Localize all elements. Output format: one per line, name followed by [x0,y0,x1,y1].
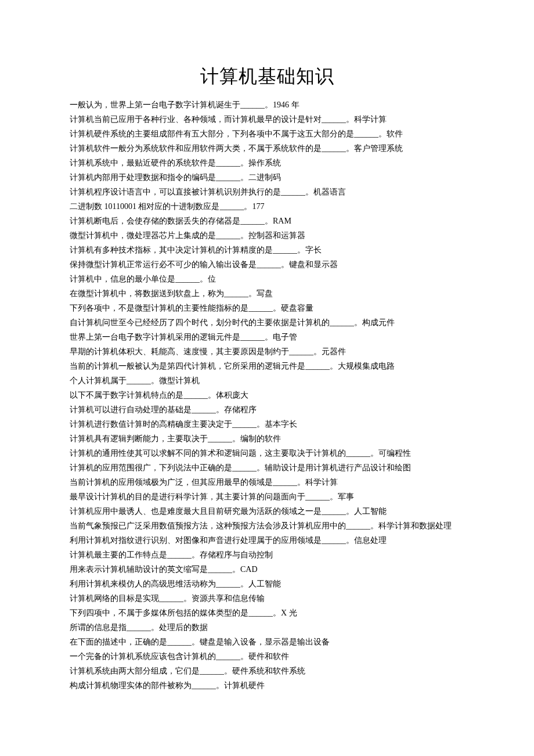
qa-line: 一个完备的计算机系统应该包含计算机的______。硬件和软件 [70,649,464,664]
qa-line: 计算机具有逻辑判断能力，主要取决于______。编制的软件 [70,431,464,446]
qa-line: 利用计算机对指纹进行识别、对图像和声音进行处理属于的应用领域是______。信息… [70,533,464,548]
qa-line: 计算机当前已应用于各种行业、各种领域，而计算机最早的设计是针对______。科学… [70,112,464,127]
qa-line: 个人计算机属于______。微型计算机 [70,373,464,388]
qa-line: 计算机可以进行自动处理的基础是______。存储程序 [70,402,464,417]
qa-line: 计算机软件一般分为系统软件和应用软件两大类，不属于系统软件的是______。客户… [70,141,464,156]
qa-line: 计算机的通用性使其可以求解不同的算术和逻辑问题，这主要取决于计算机的______… [70,446,464,460]
qa-line: 下列四项中，不属于多媒体所包括的媒体类型的是______。X 光 [70,606,464,620]
document-body: 一般认为，世界上第一台电子数字计算机诞生于______。1946 年计算机当前已… [70,98,464,693]
qa-line: 计算机的应用范围很广，下列说法中正确的是______。辅助设计是用计算机进行产品… [70,460,464,475]
qa-line: 当前气象预报已广泛采用数值预报方法，这种预报方法会涉及计算机应用中的______… [70,519,464,533]
qa-line: 构成计算机物理实体的部件被称为______。计算机硬件 [70,678,464,693]
qa-line: 计算机最主要的工作特点是______。存储程序与自动控制 [70,548,464,562]
qa-line: 世界上第一台电子数字计算机采用的逻辑元件是______。电子管 [70,330,464,344]
qa-line: 计算机系统由两大部分组成，它们是______。硬件系统和软件系统 [70,664,464,678]
qa-line: 计算机程序设计语言中，可以直接被计算机识别并执行的是______。机器语言 [70,185,464,199]
qa-line: 计算机系统中，最贴近硬件的系统软件是______。操作系统 [70,156,464,170]
qa-line: 利用计算机来模仿人的高级思维活动称为______。人工智能 [70,577,464,591]
document-page: 计算机基础知识 一般认为，世界上第一台电子数字计算机诞生于______。1946… [0,0,534,739]
qa-line: 当前的计算机一般被认为是第四代计算机，它所采用的逻辑元件是______。大规模集… [70,359,464,373]
qa-line: 在微型计算机中，将数据送到软盘上，称为______。写盘 [70,286,464,301]
qa-line: 一般认为，世界上第一台电子数字计算机诞生于______。1946 年 [70,98,464,112]
qa-line: 计算机进行数值计算时的高精确度主要决定于______。基本字长 [70,417,464,431]
qa-line: 微型计算机中，微处理器芯片上集成的是______。控制器和运算器 [70,228,464,243]
qa-line: 自计算机问世至今已经经历了四个时代，划分时代的主要依据是计算机的______。构… [70,315,464,330]
qa-line: 计算机中，信息的最小单位是______。位 [70,272,464,286]
qa-line: 计算机有多种技术指标，其中决定计算机的计算精度的是______。字长 [70,243,464,257]
qa-line: 用来表示计算机辅助设计的英文缩写是______。CAD [70,562,464,577]
qa-line: 保持微型计算机正常运行必不可少的输入输出设备是______。键盘和显示器 [70,257,464,272]
qa-line: 计算机应用中最诱人、也是难度最大且目前研究最为活跃的领域之一是______。人工… [70,504,464,519]
qa-line: 二进制数 10110001 相对应的十进制数应是______。177 [70,199,464,214]
qa-line: 计算机断电后，会使存储的数据丢失的存储器是______。RAM [70,214,464,228]
document-title: 计算机基础知识 [70,64,464,89]
qa-line: 早期的计算机体积大、耗能高、速度慢，其主要原因是制约于______。元器件 [70,344,464,359]
qa-line: 计算机硬件系统的主要组成部件有五大部分，下列各项中不属于这五大部分的是_____… [70,127,464,141]
qa-line: 在下面的描述中，正确的是______。键盘是输入设备，显示器是输出设备 [70,635,464,649]
qa-line: 以下不属于数字计算机特点的是______。体积庞大 [70,388,464,402]
qa-line: 下列各项中，不是微型计算机的主要性能指标的是______。硬盘容量 [70,301,464,315]
qa-line: 所谓的信息是指______。处理后的数据 [70,620,464,635]
qa-line: 计算机内部用于处理数据和指令的编码是______。二进制码 [70,170,464,185]
qa-line: 计算机网络的目标是实现______。资源共享和信息传输 [70,591,464,606]
qa-line: 最早设计计算机的目的是进行科学计算，其主要计算的问题面向于______。军事 [70,489,464,504]
qa-line: 当前计算机的应用领域极为广泛，但其应用最早的领域是______。科学计算 [70,475,464,489]
